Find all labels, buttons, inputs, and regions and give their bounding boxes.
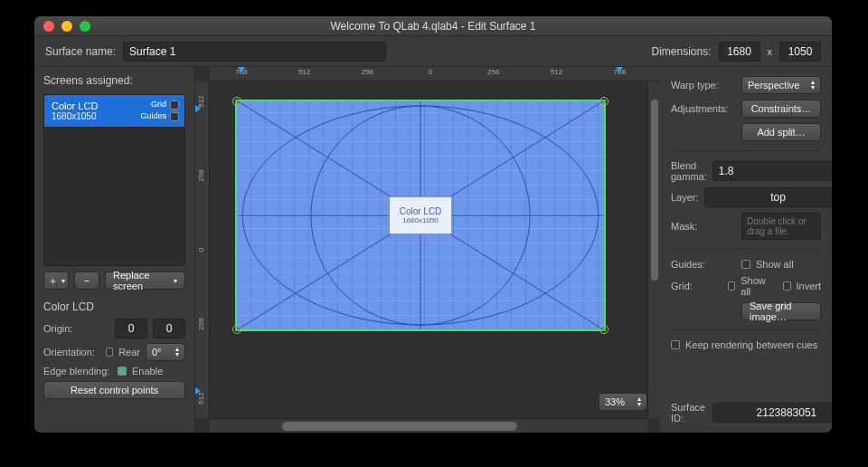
surface-id-field[interactable] [712,403,832,423]
zoom-select[interactable]: 33%▴▾ [599,393,647,411]
origin-y-input[interactable] [153,319,185,338]
scrollbar-thumb[interactable] [282,422,517,431]
add-split-button[interactable]: Add split… [741,123,821,141]
keep-rendering-checkbox[interactable] [671,340,680,349]
updown-icon: ▴▾ [637,396,641,407]
warp-type-label: Warp type: [671,80,736,91]
vertical-scrollbar[interactable] [647,81,660,418]
horizontal-scrollbar[interactable] [210,418,647,433]
screen-guides-checkbox[interactable] [170,112,179,121]
canvas-body: 512 256 0 256 512 [195,81,660,418]
control-point-handle[interactable] [599,97,609,106]
enable-label: Enable [132,366,163,376]
titlebar: Welcome To QLab 4.qlab4 - Edit Surface 1 [34,16,832,36]
grid-section-label: Grid: [671,281,722,291]
rear-label: Rear [118,347,140,357]
scrollbar-thumb[interactable] [651,100,658,281]
screen-guides-label: Guides [140,110,166,122]
save-grid-image-button[interactable]: Save grid image… [741,302,821,320]
dimension-height-input[interactable] [779,42,821,62]
guide-marker-icon[interactable] [616,67,623,72]
mask-dropzone[interactable]: Double click or drag a file. [741,213,821,240]
blend-gamma-input[interactable] [712,161,832,181]
guide-marker-icon[interactable] [195,105,201,112]
blend-gamma-label: Blend gamma: [671,160,707,182]
guides-showall-checkbox[interactable] [741,260,750,269]
left-panel: Screens assigned: Color LCD 1680x1050 Gr… [34,67,195,433]
screens-buttons: ＋▾ − Replace screen▾ [43,272,185,290]
origin-x-input[interactable] [115,319,147,338]
header-row: Surface name: Dimensions: x [34,36,832,67]
screen-item-toggles: Grid Guides [140,99,179,122]
surface-name-input[interactable] [123,42,386,62]
ruler-vertical: 512 256 0 256 512 [195,81,210,418]
window-title: Welcome To QLab 4.qlab4 - Edit Surface 1 [34,20,832,33]
dimension-width-input[interactable] [719,42,760,62]
screens-assigned-label: Screens assigned: [43,74,185,87]
screen-settings-title: Color LCD [43,300,185,313]
origin-label: Origin: [43,323,109,334]
orientation-label: Orientation: [43,347,100,357]
screen-settings-panel: Color LCD Origin: Orientation: Rear 0°▴▾… [43,300,185,399]
right-panel: Warp type: Perspective▴▾ Adjustments: Co… [660,67,832,433]
rotation-select[interactable]: 0°▴▾ [146,343,185,361]
grid-showall-checkbox[interactable] [728,281,735,291]
body: Screens assigned: Color LCD 1680x1050 Gr… [34,67,832,433]
updown-icon: ▴▾ [175,347,179,357]
canvas-panel: 768 512 256 0 256 512 768 512 256 0 256 … [195,67,660,433]
remove-screen-button[interactable]: − [74,272,99,290]
grid-showall-label: Show all [741,275,770,297]
adjustments-label: Adjustments: [671,103,736,114]
control-point-handle[interactable] [232,325,241,334]
updown-icon: ▴▾ [811,80,815,91]
keep-rendering-label: Keep rendering between cues [685,339,817,350]
dimension-x: x [768,46,773,57]
window-controls [43,21,90,32]
screen-grid-checkbox[interactable] [170,100,179,110]
reset-control-points-button[interactable]: Reset control points [43,381,185,399]
control-point-handle[interactable] [599,325,609,334]
edge-blending-label: Edge blending: [43,366,112,376]
minimize-icon[interactable] [61,21,72,32]
screen-grid-label: Grid [151,99,166,110]
chevron-down-icon: ▾ [174,277,177,285]
surface-id-label: Surface ID: [671,402,705,424]
enable-edge-checkbox[interactable] [118,367,127,376]
surface-canvas[interactable]: Color LCD 1680x1050 33%▴▾ [210,81,660,418]
screens-list[interactable]: Color LCD 1680x1050 Grid Guides [43,94,185,266]
guides-section-label: Guides: [671,259,736,270]
add-screen-button[interactable]: ＋▾ [43,272,69,290]
ruler-horizontal: 768 512 256 0 256 512 768 [210,67,660,81]
constraints-button[interactable]: Constraints… [741,100,821,118]
grid-invert-checkbox[interactable] [783,281,790,291]
layer-label: Layer: [671,192,699,203]
replace-screen-button[interactable]: Replace screen▾ [105,272,185,290]
rear-checkbox[interactable] [106,348,114,357]
mask-label: Mask: [671,221,736,232]
chevron-down-icon: ▾ [61,277,65,285]
control-point-handle[interactable] [232,97,241,106]
surface-rect[interactable]: Color LCD 1680x1050 [235,100,606,331]
warp-type-select[interactable]: Perspective▴▾ [741,76,821,94]
guide-marker-icon[interactable] [195,387,201,395]
screen-item-colorlcd[interactable]: Color LCD 1680x1050 Grid Guides [44,95,184,127]
grid-invert-label: Invert [797,281,822,291]
surface-name-label: Surface name: [45,45,116,58]
surface-center-label: Color LCD 1680x1050 [389,196,452,234]
layer-input[interactable] [704,187,832,207]
guides-showall-label: Show all [756,259,794,270]
dimensions-label: Dimensions: [651,45,711,58]
close-icon[interactable] [43,21,54,32]
zoom-icon[interactable] [80,21,90,32]
guide-marker-icon[interactable] [238,67,245,72]
surface-editor-window: Welcome To QLab 4.qlab4 - Edit Surface 1… [34,16,832,433]
